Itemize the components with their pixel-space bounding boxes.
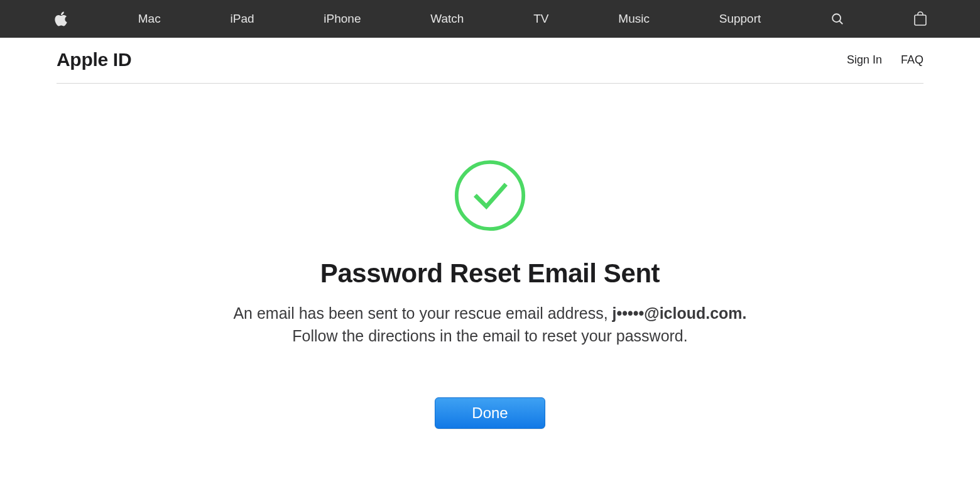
page-title: Apple ID	[57, 49, 131, 70]
body-suffix: Follow the directions in the email to re…	[292, 327, 687, 345]
nav-ipad[interactable]: iPad	[231, 0, 254, 38]
search-icon	[830, 12, 844, 26]
global-nav: Mac iPad iPhone Watch TV Music Support	[0, 0, 980, 38]
local-nav: Apple ID Sign In FAQ	[57, 38, 923, 84]
done-button[interactable]: Done	[435, 397, 545, 429]
svg-point-2	[457, 162, 523, 229]
apple-logo-link[interactable]	[53, 0, 68, 38]
nav-search-link[interactable]	[830, 0, 844, 38]
svg-point-0	[832, 14, 841, 22]
nav-bag-link[interactable]	[914, 0, 927, 38]
masked-email: j•••••@icloud.com.	[612, 304, 747, 322]
local-nav-links: Sign In FAQ	[847, 53, 923, 67]
sign-in-link[interactable]: Sign In	[847, 53, 882, 67]
apple-logo-icon	[53, 10, 68, 28]
body-copy: An email has been sent to your rescue em…	[214, 302, 766, 347]
nav-music[interactable]: Music	[618, 0, 650, 38]
nav-mac[interactable]: Mac	[138, 0, 161, 38]
nav-watch[interactable]: Watch	[430, 0, 464, 38]
success-check-icon	[454, 159, 526, 235]
headline: Password Reset Email Sent	[320, 258, 660, 289]
main-content: Password Reset Email Sent An email has b…	[0, 84, 980, 429]
svg-line-1	[840, 21, 843, 24]
faq-link[interactable]: FAQ	[901, 53, 923, 67]
body-prefix: An email has been sent to your rescue em…	[233, 304, 612, 322]
nav-support[interactable]: Support	[719, 0, 761, 38]
nav-tv[interactable]: TV	[533, 0, 548, 38]
nav-iphone[interactable]: iPhone	[324, 0, 361, 38]
shopping-bag-icon	[914, 11, 927, 26]
